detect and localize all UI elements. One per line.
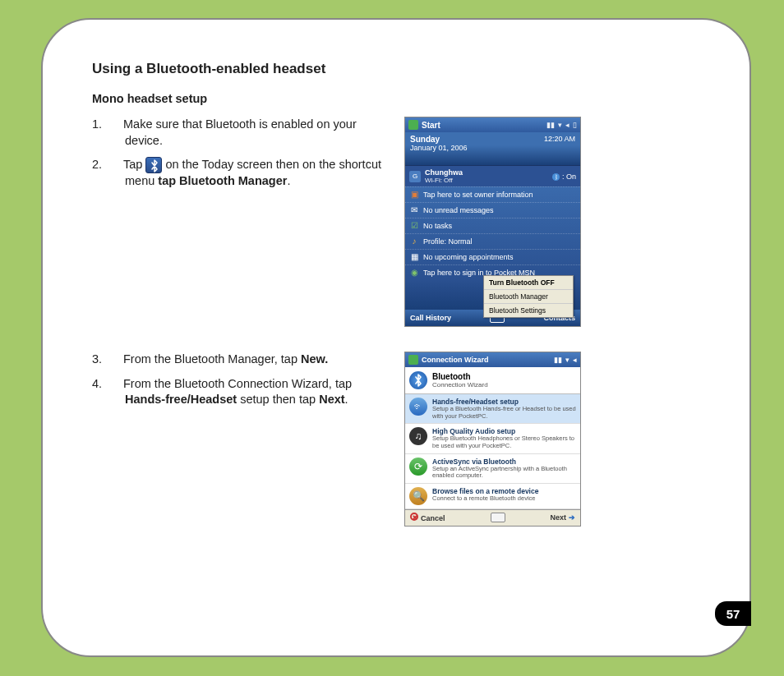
step-number: 2. [108,157,123,173]
calendar-icon: ▦ [409,252,419,262]
cancel-icon [410,513,418,521]
bluetooth-round-icon [409,371,427,389]
step-text-bold: New. [301,352,328,366]
step-number: 4. [108,376,123,393]
signal-icon: ▮▮ [554,356,562,364]
wizard-subtitle: Connection Wizard [432,381,488,389]
today-item[interactable]: ▦No upcoming appointments [405,249,580,264]
clock-time: 12:20 AM [544,135,575,143]
browse-files-icon: 🔍 [409,487,427,505]
sound-icon: ◂ [565,121,570,129]
battery-icon: ▯ [573,121,577,129]
menu-item-bt-off[interactable]: Turn Bluetooth OFF [484,276,573,290]
wm-titlebar: Start ▮▮ ▾ ◂ ▯ [405,117,580,132]
softkey-left[interactable]: Call History [410,314,451,322]
start-flag-icon [408,120,418,130]
menu-item-bt-manager[interactable]: Bluetooth Manager [484,290,573,304]
titlebar-label: Start [422,121,543,130]
today-item-text: Profile: Normal [423,237,473,246]
step-item: 3.From the Bluetooth Manager, tap New. [108,352,388,368]
today-item[interactable]: ☑No tasks [405,218,580,233]
softkey-bar: Cancel Next➔ [405,509,580,526]
instruction-block: 3.From the Bluetooth Manager, tap New. 4… [92,352,388,416]
step-item: 2.Tap on the Today screen then on the sh… [108,157,388,190]
option-desc: Setup an ActiveSync partnership with a B… [432,466,576,480]
screenshot-connection-wizard: Connection Wizard ▮▮ ▾ ◂ Bluetooth Conne… [404,352,581,527]
bluetooth-icon [145,157,162,173]
option-desc: Setup Bluetooth Headphones or Stereo Spe… [432,435,576,449]
bluetooth-status: ᛒ : On [552,172,576,181]
today-item[interactable]: ✉No unread messages [405,202,580,218]
step-number: 1. [108,117,123,133]
option-desc: Setup a Bluetooth Hands-free or Headset … [432,406,576,420]
sound-icon: ◂ [573,356,577,364]
cancel-label: Cancel [421,514,445,522]
wizard-title: Bluetooth [432,372,488,381]
step-text: . [287,174,290,187]
msn-icon: ◉ [409,268,419,278]
menu-item-bt-settings[interactable]: Bluetooth Settings [484,304,573,317]
section-row: 3.From the Bluetooth Manager, tap New. 4… [92,352,704,527]
today-item-text: No unread messages [423,206,494,214]
start-flag-icon [408,355,418,365]
today-item-text: Tap here to set owner information [423,191,533,199]
activesync-icon: ⟳ [409,458,427,476]
carrier-name: Chunghwa [425,168,548,177]
network-icon: ▾ [565,356,570,364]
screenshot-today-screen: Start ▮▮ ▾ ◂ ▯ 12:20 AM Sunday January 0… [404,117,581,327]
page-heading: Using a Bluetooth-enabled headset [92,61,704,77]
step-item: 4.From the Bluetooth Connection Wizard, … [108,376,388,408]
tasks-icon: ☑ [409,221,419,231]
wizard-header: Bluetooth Connection Wizard [405,367,580,394]
next-label: Next [550,513,566,522]
carrier-row: G Chunghwa Wi-Fi: Off ᛒ : On [405,165,580,186]
step-text: Tap [123,158,145,171]
date-label: January 01, 2006 [410,144,575,152]
next-button[interactable]: Next➔ [550,513,575,522]
option-desc: Connect to a remote Bluetooth device [432,495,538,503]
manual-page: Using a Bluetooth-enabled headset Mono h… [41,18,751,657]
wifi-status: Wi-Fi: Off [425,177,548,184]
step-text-bold: tap Bluetooth Manager [158,174,287,187]
bluetooth-shortcut-menu: Turn Bluetooth OFF Bluetooth Manager Blu… [483,275,574,318]
wizard-option-browse-files[interactable]: 🔍 Browse files on a remote deviceConnect… [405,484,580,509]
carrier-icon: G [409,171,421,182]
message-icon: ✉ [409,205,419,215]
step-text: Make sure that Bluetooth is enabled on y… [123,117,357,147]
step-text: . [345,393,348,406]
cancel-button[interactable]: Cancel [410,513,445,522]
today-date-panel: 12:20 AM Sunday January 01, 2006 [405,132,580,165]
bt-state-text: On [566,172,576,181]
owner-icon: ▣ [409,190,419,200]
wizard-option-hq-audio[interactable]: ♫ High Quality Audio setupSetup Bluetoot… [405,424,580,453]
step-text-bold: Hands-free/Headset [125,393,237,406]
keyboard-icon[interactable] [491,513,505,522]
network-icon: ▾ [558,121,562,129]
today-items-list: ▣Tap here to set owner information ✉No u… [405,186,580,280]
step-text-bold: Next [319,393,344,406]
section-row: 1.Make sure that Bluetooth is enabled on… [92,117,704,327]
signal-icon: ▮▮ [546,121,555,129]
titlebar-label: Connection Wizard [422,356,551,364]
wizard-option-handsfree[interactable]: ᯤ Hands-free/Headset setupSetup a Blueto… [405,394,580,424]
option-title: ActiveSync via Bluetooth [432,458,576,466]
wizard-option-activesync[interactable]: ⟳ ActiveSync via BluetoothSetup an Activ… [405,454,580,484]
section-subheading: Mono headset setup [92,92,704,105]
wizard-option-list: ᯤ Hands-free/Headset setupSetup a Blueto… [405,394,580,509]
profile-icon: ♪ [409,237,419,246]
headset-icon: ᯤ [409,398,427,416]
wm-titlebar: Connection Wizard ▮▮ ▾ ◂ [405,352,580,367]
step-item: 1.Make sure that Bluetooth is enabled on… [108,117,388,149]
step-text: setup then tap [237,393,319,406]
step-number: 3. [108,352,123,368]
step-text: From the Bluetooth Connection Wizard, ta… [123,377,352,390]
today-item-text: No upcoming appointments [423,253,514,261]
step-text: From the Bluetooth Manager, tap [123,352,301,366]
today-item[interactable]: ♪Profile: Normal [405,233,580,249]
today-item-text: No tasks [423,222,452,230]
bluetooth-glyph-icon: ᛒ [552,173,560,181]
headphones-icon: ♫ [409,427,427,445]
today-item[interactable]: ▣Tap here to set owner information [405,186,580,202]
page-number-tab: 57 [715,601,751,626]
instruction-block: 1.Make sure that Bluetooth is enabled on… [92,117,388,198]
